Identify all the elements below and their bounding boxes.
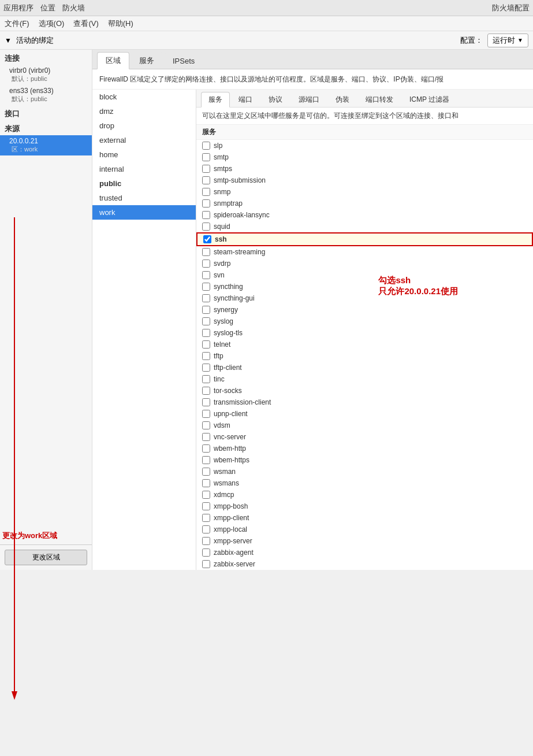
service-item-tftp-client[interactable]: tftp-client — [196, 362, 533, 373]
sub-tab-ports[interactable]: 端口 — [231, 92, 260, 107]
service-checkbox-syncthing-gui[interactable] — [202, 294, 210, 302]
app-menu[interactable]: 应用程序 — [3, 3, 33, 13]
service-checkbox-tftp-client[interactable] — [202, 364, 210, 372]
service-checkbox-xmpp-client[interactable] — [202, 514, 210, 522]
service-checkbox-svdrp[interactable] — [202, 260, 210, 268]
expand-icon[interactable]: ▼ — [5, 36, 12, 45]
file-menu[interactable]: 文件(F) — [5, 18, 29, 29]
service-item-svdrp[interactable]: svdrp — [196, 258, 533, 269]
service-checkbox-squid[interactable] — [202, 223, 210, 231]
service-checkbox-xdmcp[interactable] — [202, 491, 210, 499]
service-checkbox-wsman[interactable] — [202, 468, 210, 476]
service-item-snmptrap[interactable]: snmptrap — [196, 198, 533, 209]
service-checkbox-syslog-tls[interactable] — [202, 329, 210, 337]
sidebar-item-source[interactable]: 20.0.0.21 区：work — [0, 135, 92, 155]
service-item-syslog[interactable]: syslog — [196, 316, 533, 327]
help-menu[interactable]: 帮助(H) — [108, 18, 133, 29]
tab-service[interactable]: 服务 — [131, 52, 163, 69]
zone-item-external[interactable]: external — [92, 133, 196, 147]
service-item-syslog-tls[interactable]: syslog-tls — [196, 327, 533, 339]
service-item-snmp[interactable]: snmp — [196, 186, 533, 198]
service-checkbox-synergy[interactable] — [202, 306, 210, 314]
service-checkbox-snmp[interactable] — [202, 188, 210, 196]
service-item-wsman[interactable]: wsman — [196, 466, 533, 477]
service-checkbox-upnp-client[interactable] — [202, 410, 210, 418]
service-checkbox-ssh[interactable] — [203, 235, 211, 243]
zone-item-internal[interactable]: internal — [92, 162, 196, 176]
service-checkbox-zabbix-server[interactable] — [202, 560, 210, 568]
service-item-slp[interactable]: slp — [196, 140, 533, 151]
service-checkbox-steam-streaming[interactable] — [202, 248, 210, 256]
service-item-telnet[interactable]: telnet — [196, 339, 533, 350]
sub-tab-protocol[interactable]: 协议 — [261, 92, 290, 107]
service-checkbox-smtps[interactable] — [202, 165, 210, 173]
service-checkbox-vdsm[interactable] — [202, 421, 210, 429]
sub-tab-icmp[interactable]: ICMP 过滤器 — [402, 92, 457, 107]
service-item-wbem-https[interactable]: wbem-https — [196, 454, 533, 466]
service-checkbox-syncthing[interactable] — [202, 283, 210, 291]
service-item-svn[interactable]: svn — [196, 269, 533, 281]
service-item-smtp[interactable]: smtp — [196, 151, 533, 163]
service-checkbox-wbem-http[interactable] — [202, 444, 210, 453]
service-checkbox-tinc[interactable] — [202, 375, 210, 383]
service-item-wsmans[interactable]: wsmans — [196, 477, 533, 489]
sidebar-item-ens33[interactable]: ens33 (ens33) 默认：public — [0, 85, 92, 105]
service-checkbox-smtp-submission[interactable] — [202, 176, 210, 184]
service-checkbox-tor-socks[interactable] — [202, 387, 210, 395]
service-item-xdmcp[interactable]: xdmcp — [196, 489, 533, 501]
zone-item-drop[interactable]: drop — [92, 118, 196, 133]
service-list[interactable]: slpsmtpsmtpssmtp-submissionsnmpsnmptraps… — [196, 140, 533, 570]
service-item-squid[interactable]: squid — [196, 221, 533, 232]
service-checkbox-xmpp-local[interactable] — [202, 525, 210, 533]
zone-item-dmz[interactable]: dmz — [92, 104, 196, 118]
service-item-steam-streaming[interactable]: steam-streaming — [196, 246, 533, 258]
sub-tab-source-ports[interactable]: 源端口 — [291, 92, 327, 107]
service-checkbox-smtp[interactable] — [202, 153, 210, 161]
zone-item-block[interactable]: block — [92, 90, 196, 104]
service-checkbox-slp[interactable] — [202, 142, 210, 150]
zone-item-work[interactable]: work — [92, 205, 196, 220]
service-item-ssh[interactable]: ssh — [196, 232, 533, 246]
service-checkbox-transmission-client[interactable] — [202, 398, 210, 406]
service-item-vnc-server[interactable]: vnc-server — [196, 431, 533, 443]
service-checkbox-syslog[interactable] — [202, 317, 210, 325]
service-checkbox-svn[interactable] — [202, 271, 210, 279]
service-checkbox-zabbix-agent[interactable] — [202, 549, 210, 557]
sub-tab-masquerade[interactable]: 伪装 — [328, 92, 357, 107]
service-checkbox-telnet[interactable] — [202, 340, 210, 349]
service-checkbox-tftp[interactable] — [202, 352, 210, 360]
service-checkbox-wbem-https[interactable] — [202, 456, 210, 464]
sidebar-item-virbr0[interactable]: virbr0 (virbr0) 默认：public — [0, 65, 92, 85]
service-item-xmpp-client[interactable]: xmpp-client — [196, 512, 533, 524]
service-item-vdsm[interactable]: vdsm — [196, 420, 533, 431]
service-item-smtp-submission[interactable]: smtp-submission — [196, 175, 533, 186]
change-zone-button[interactable]: 更改区域 — [5, 550, 87, 565]
service-item-zabbix-agent[interactable]: zabbix-agent — [196, 547, 533, 558]
service-item-xmpp-server[interactable]: xmpp-server — [196, 535, 533, 547]
service-item-transmission-client[interactable]: transmission-client — [196, 396, 533, 408]
zone-item-trusted[interactable]: trusted — [92, 191, 196, 205]
config-dropdown[interactable]: 运行时 ▼ — [487, 34, 528, 47]
service-item-smtps[interactable]: smtps — [196, 163, 533, 175]
service-item-syncthing[interactable]: syncthing — [196, 281, 533, 292]
service-item-tor-socks[interactable]: tor-socks — [196, 385, 533, 396]
firewall-menu[interactable]: 防火墙 — [62, 3, 85, 13]
location-menu[interactable]: 位置 — [40, 3, 55, 13]
service-item-upnp-client[interactable]: upnp-client — [196, 408, 533, 420]
service-item-syncthing-gui[interactable]: syncthing-gui — [196, 292, 533, 304]
service-item-tftp[interactable]: tftp — [196, 350, 533, 362]
service-checkbox-spideroak-lansync[interactable] — [202, 211, 210, 219]
zone-item-home[interactable]: home — [92, 147, 196, 162]
options-menu[interactable]: 选项(O) — [39, 18, 65, 29]
service-checkbox-xmpp-bosh[interactable] — [202, 502, 210, 510]
tab-zone[interactable]: 区域 — [97, 52, 129, 69]
service-checkbox-vnc-server[interactable] — [202, 433, 210, 441]
zone-item-public[interactable]: public — [92, 176, 196, 191]
tab-ipsets[interactable]: IPSets — [164, 53, 203, 68]
service-checkbox-xmpp-server[interactable] — [202, 537, 210, 545]
service-checkbox-wsmans[interactable] — [202, 479, 210, 487]
service-item-synergy[interactable]: synergy — [196, 304, 533, 316]
service-item-wbem-http[interactable]: wbem-http — [196, 443, 533, 454]
service-item-tinc[interactable]: tinc — [196, 373, 533, 385]
service-checkbox-snmptrap[interactable] — [202, 199, 210, 207]
